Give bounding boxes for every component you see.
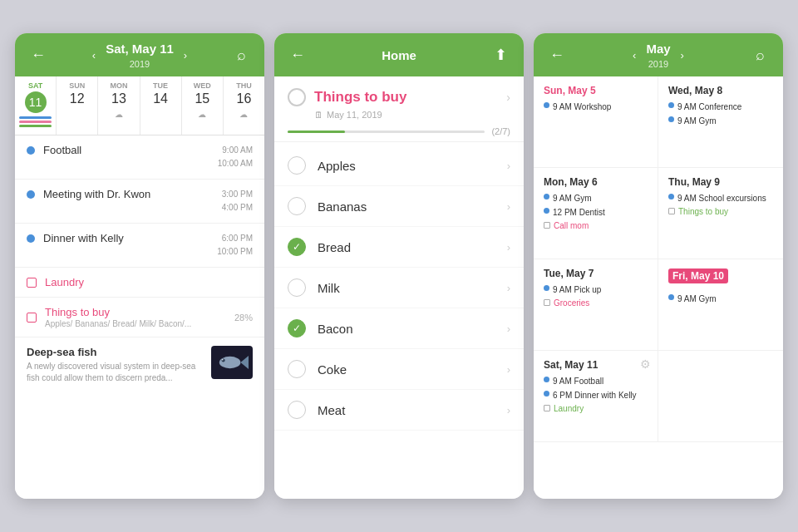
event-text-gym-may10: 9 AM Gym — [677, 293, 717, 305]
month-cell-may8-header: Wed, May 8 — [668, 85, 773, 96]
reminder-box-callmom — [544, 222, 550, 229]
event-text-football-may11: 9 AM Football — [553, 376, 603, 387]
grocery-arrow-apples: › — [507, 160, 510, 172]
reminder-laundry-label: Laundry — [45, 276, 84, 288]
month-cell-may7[interactable]: Tue, May 7 9 AM Pick up Groceries — [534, 259, 658, 351]
week-day-wed[interactable]: WED 15 ☁ — [182, 76, 224, 135]
grocery-apples[interactable]: Apples › — [274, 145, 524, 186]
bar-2 — [19, 121, 52, 123]
grocery-milk[interactable]: Milk › — [274, 268, 524, 308]
reminder-box-groceries — [544, 299, 550, 306]
month-event-dentist: 12 PM Dentist — [544, 207, 648, 219]
month-cell-empty — [658, 351, 783, 442]
day-num-sat: 11 — [25, 91, 47, 113]
day-name-wed: WED — [194, 81, 211, 90]
reminder-things-label: Things to buy Apples/ Bananas/ Bread/ Mi… — [45, 306, 234, 328]
grocery-coke[interactable]: Coke › — [274, 349, 524, 390]
dot-football-may11 — [544, 377, 549, 382]
event-text-dentist: 12 PM Dentist — [553, 207, 605, 219]
grocery-bacon[interactable]: ✓ Bacon › — [274, 308, 524, 349]
search-icon[interactable]: ⌕ — [229, 47, 253, 64]
month-event-conference: 9 AM Conference — [668, 101, 773, 113]
progress-bar-area: (2/7) — [274, 126, 524, 138]
reminder-box-thingstobuy — [668, 208, 675, 214]
reminder-things[interactable]: Things to buy Apples/ Bananas/ Bread/ Mi… — [15, 298, 264, 337]
grocery-name-meat: Meat — [318, 403, 507, 417]
next-month-button[interactable]: › — [677, 47, 687, 63]
monthly-back-icon[interactable]: ← — [545, 47, 569, 64]
dot-gym-may10 — [668, 294, 674, 300]
check-bananas[interactable] — [288, 197, 306, 215]
event-dot-kwon — [27, 190, 35, 199]
month-cell-may10[interactable]: Fri, May 10 9 AM Gym — [658, 259, 783, 351]
next-week-button[interactable]: › — [180, 47, 190, 63]
event-dot-football — [27, 146, 35, 155]
list-main-title: Things to buy — [314, 89, 506, 106]
month-cell-may11[interactable]: Sat, May 11 9 AM Football 6 PM Dinner wi… — [534, 351, 658, 442]
week-day-sat[interactable]: SAT 11 — [15, 76, 57, 135]
month-event-pickup: 9 AM Pick up — [544, 284, 648, 296]
reminder-laundry-title: Laundry — [45, 276, 84, 288]
event-kwon[interactable]: Meeting with Dr. Kwon 3:00 PM 4:00 PM — [15, 180, 264, 224]
gear-icon[interactable]: ⚙ — [640, 357, 651, 371]
check-bread[interactable]: ✓ — [288, 238, 306, 256]
event-text-pickup: 9 AM Pick up — [553, 284, 601, 296]
check-apples[interactable] — [288, 156, 306, 175]
home-back-icon[interactable]: ← — [286, 47, 309, 64]
month-reminder-thingstobuy: Things to buy — [668, 207, 773, 216]
weather-mon: ☁ — [115, 110, 123, 119]
svg-point-0 — [219, 357, 241, 368]
reminder-things-title: Things to buy — [45, 306, 234, 318]
news-deepseafish[interactable]: Deep-sea fish A newly discovered visual … — [15, 337, 264, 392]
month-cell-may5[interactable]: Sun, May 5 9 AM Workshop — [534, 76, 658, 168]
week-day-thu[interactable]: THU 16 ☁ — [224, 76, 264, 135]
grocery-arrow-bananas: › — [507, 200, 510, 213]
event-time-football: 9:00 AM 10:00 AM — [218, 144, 253, 170]
dot-dinner-may11 — [544, 391, 549, 397]
news-text: Deep-sea fish A newly discovered visual … — [27, 346, 203, 384]
month-event-gym-may10: 9 AM Gym — [668, 293, 773, 305]
check-coke[interactable] — [288, 360, 306, 378]
check-milk[interactable] — [288, 278, 306, 297]
list-header[interactable]: Things to buy › — [274, 76, 524, 110]
week-day-sun[interactable]: SUN 12 — [57, 76, 98, 135]
month-event-football: 9 AM Football — [544, 376, 648, 387]
check-bacon[interactable]: ✓ — [288, 319, 306, 337]
monthly-content: Sun, May 5 9 AM Workshop Wed, May 8 9 AM… — [534, 76, 783, 499]
check-meat[interactable] — [288, 401, 306, 419]
prev-month-button[interactable]: ‹ — [629, 47, 639, 63]
grocery-name-apples: Apples — [318, 159, 507, 173]
grocery-arrow-milk: › — [507, 282, 510, 294]
svg-point-2 — [222, 359, 225, 362]
calendar-mini-icon: 🗓 — [314, 110, 323, 120]
grocery-meat[interactable]: Meat › — [274, 390, 524, 431]
day-name-tue: TUE — [153, 81, 168, 90]
prev-week-button[interactable]: ‹ — [89, 47, 99, 63]
grocery-name-bacon: Bacon — [318, 322, 507, 336]
back-icon[interactable]: ← — [27, 47, 50, 64]
month-event-gym-may8: 9 AM Gym — [668, 116, 773, 127]
weather-wed: ☁ — [198, 110, 206, 119]
month-cell-may8[interactable]: Wed, May 8 9 AM Conference 9 AM Gym — [658, 76, 783, 168]
week-day-tue[interactable]: TUE 14 — [140, 76, 182, 135]
reminder-checkbox-laundry[interactable] — [27, 278, 37, 288]
month-cell-may9[interactable]: Thu, May 9 9 AM School excursions Things… — [658, 168, 783, 259]
dot-pickup — [544, 285, 549, 291]
reminder-laundry[interactable]: Laundry — [15, 268, 264, 298]
week-grid: SAT 11 SUN 12 MON 13 ☁ TUE 14 — [15, 76, 264, 135]
home-content: Things to buy › 🗓 May 11, 2019 (2/7) App… — [274, 76, 524, 499]
week-day-mon[interactable]: MON 13 ☁ — [98, 76, 140, 135]
month-cell-may6[interactable]: Mon, May 6 9 AM Gym 12 PM Dentist Call m… — [534, 168, 658, 259]
home-share-icon[interactable]: ⬆ — [489, 46, 512, 64]
reminder-checkbox-things[interactable] — [27, 313, 37, 323]
monthly-search-icon[interactable]: ⌕ — [748, 47, 771, 64]
day-name-sat: SAT — [28, 81, 42, 90]
month-reminder-callmom: Call mom — [544, 221, 648, 230]
event-kelly[interactable]: Dinner with Kelly 6:00 PM 10:00 PM — [15, 224, 264, 268]
event-football[interactable]: Football 9:00 AM 10:00 AM — [15, 135, 264, 180]
month-cell-may7-header: Tue, May 7 — [544, 268, 648, 279]
news-thumbnail — [211, 346, 253, 379]
home-title: Home — [382, 48, 416, 62]
grocery-bananas[interactable]: Bananas › — [274, 186, 524, 227]
grocery-bread[interactable]: ✓ Bread › — [274, 227, 524, 268]
